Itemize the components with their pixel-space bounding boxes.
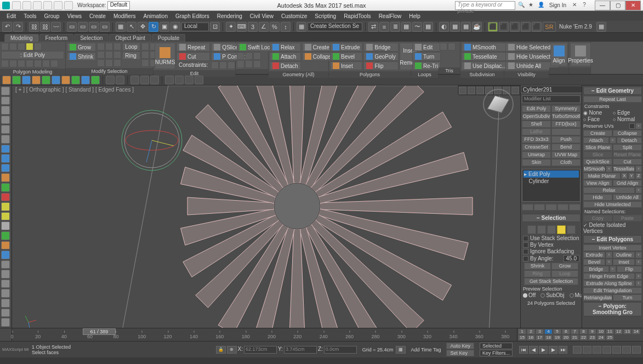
bridge-button[interactable]: Bridge xyxy=(363,43,398,52)
menu-civil-view[interactable]: Civil View xyxy=(247,13,277,20)
mod-btn-edit-poly[interactable]: Edit Poly xyxy=(522,105,551,112)
lefttb-24[interactable] xyxy=(1,318,10,327)
hinge-settings[interactable]: ▫ xyxy=(635,273,642,280)
tb2-19[interactable] xyxy=(195,76,203,84)
select-move-button[interactable]: ✥ xyxy=(138,22,147,32)
smoothgroup-16[interactable]: 16 xyxy=(527,335,535,340)
gridalign-btn[interactable]: Grid Align xyxy=(613,180,642,186)
select-rotate-button[interactable]: ↻ xyxy=(149,22,158,32)
named-selset-button[interactable]: ▦ xyxy=(297,22,306,32)
lefttb-2[interactable] xyxy=(1,106,10,115)
ref-coord-dropdown[interactable]: Local xyxy=(181,22,209,31)
relax-settings[interactable]: ▫ xyxy=(635,187,642,194)
use-stack-checkbox[interactable]: Use Stack Selection xyxy=(523,235,579,241)
ms-icon6[interactable] xyxy=(113,51,121,59)
goto-start-button[interactable]: ⏮ xyxy=(519,346,528,354)
rotate-gizmo[interactable] xyxy=(122,110,182,170)
qat-open-icon[interactable] xyxy=(22,1,31,10)
edit-poly-mode[interactable]: : Edit Poly xyxy=(1,51,64,59)
vpnav-orbit[interactable] xyxy=(622,346,631,354)
mod-btn-turbosmooth[interactable]: TurboSmooth xyxy=(551,113,581,120)
smoothgroup-8[interactable]: 8 xyxy=(579,329,588,334)
time-slider-track[interactable]: 61 / 389 0204060801001201401601802002202… xyxy=(12,328,517,341)
select-region-button[interactable]: ▭ xyxy=(89,22,99,32)
makeplanar-btn[interactable]: Make Planar xyxy=(583,173,621,179)
bevel-btn[interactable]: Bevel xyxy=(583,259,605,265)
lefttb-22[interactable] xyxy=(1,299,10,308)
setkey-button[interactable]: Set Key xyxy=(446,350,474,356)
plugin2-icon[interactable]: ⬛ xyxy=(499,22,509,32)
shrink-sel-button[interactable]: Shrink xyxy=(524,263,551,270)
mod-btn-unwrap-uvw[interactable]: Unwrap UVW xyxy=(522,151,551,158)
sl-icon3[interactable] xyxy=(253,52,261,60)
undo-button[interactable]: ↶ xyxy=(2,22,12,32)
coord-icon[interactable]: ⊕ xyxy=(227,346,237,354)
unhideall-btn[interactable]: Unhide All xyxy=(613,194,642,201)
tb2-2[interactable] xyxy=(12,76,21,84)
vpnav-zoom[interactable] xyxy=(573,346,582,354)
lefttb-8[interactable] xyxy=(1,164,10,173)
outline-settings[interactable]: ▫ xyxy=(635,252,642,258)
sl-icon5[interactable] xyxy=(245,60,253,68)
curve-editor-button[interactable]: 〜 xyxy=(412,22,422,32)
hideunsel-btn[interactable]: Hide Unselected xyxy=(583,201,642,208)
material-editor-button[interactable]: ◐ xyxy=(439,22,449,32)
qat-new-icon[interactable] xyxy=(12,1,21,10)
mod-btn-ffd(box)[interactable]: FFD(box) xyxy=(551,121,581,128)
extrude-btn[interactable]: Extrude xyxy=(583,252,605,258)
smoothgroup-19[interactable]: 19 xyxy=(553,335,561,340)
inset-button[interactable]: Inset xyxy=(330,61,362,70)
plugin1-icon[interactable]: ⬛ xyxy=(488,22,498,32)
edittri-btn[interactable]: Edit Triangulation xyxy=(583,287,642,294)
slice-btn[interactable]: Slice xyxy=(583,151,612,158)
loop-button[interactable]: Loop xyxy=(122,43,140,51)
signin-icon[interactable]: 👤 xyxy=(537,2,545,9)
angle-snap-button[interactable]: ∠ xyxy=(259,22,269,32)
vpnav-1[interactable] xyxy=(459,87,466,94)
edit-polys-header[interactable]: − Edit Polygons xyxy=(583,235,642,243)
link-button[interactable]: ⛓ xyxy=(29,22,39,32)
keyfilter-selected[interactable]: Selected xyxy=(480,343,513,349)
tb2-3[interactable] xyxy=(22,76,31,84)
search-input[interactable]: Type a keyword or phrase xyxy=(455,1,515,10)
smoothgroup-10[interactable]: 10 xyxy=(597,329,605,334)
tb2-1[interactable] xyxy=(2,76,11,84)
menu-help[interactable]: Help xyxy=(406,13,424,20)
cut-button[interactable]: Cut xyxy=(177,52,210,61)
planar-z[interactable]: Z xyxy=(635,173,642,179)
smoothgroup-25[interactable]: 25 xyxy=(606,335,614,340)
tb2-10[interactable] xyxy=(91,76,100,84)
x-field[interactable]: 62.173cm xyxy=(244,346,277,354)
lefttb-23[interactable] xyxy=(1,309,10,317)
menu-modifiers[interactable]: Modifiers xyxy=(110,13,139,20)
poly-so-icon[interactable] xyxy=(26,43,33,50)
so-edge[interactable] xyxy=(537,225,546,234)
tri-icon2[interactable] xyxy=(448,43,456,50)
plugin3-icon[interactable]: ⬛ xyxy=(510,22,520,32)
menu-customize[interactable]: Customize xyxy=(278,13,310,20)
qat-undo-icon[interactable] xyxy=(43,1,52,10)
bevel-button[interactable]: Bevel xyxy=(330,52,362,61)
viewport-label[interactable]: [ + ] [ Orthographic ] [ Standard ] [ Ed… xyxy=(15,87,134,93)
extrude-button[interactable]: Extrude xyxy=(330,43,362,52)
nuke-label[interactable]: Nuke 'Em 2.9 xyxy=(559,24,592,30)
copy-sel-btn[interactable]: Copy xyxy=(583,215,612,221)
ms-icon3[interactable] xyxy=(113,43,121,50)
hinge-btn[interactable]: Hinge From Edge xyxy=(583,273,635,280)
relax-btn[interactable]: Relax xyxy=(583,187,635,194)
reset-plane-btn[interactable]: Reset Plane xyxy=(613,151,642,158)
vpnav-pan[interactable] xyxy=(612,346,621,354)
smoothgroup-24[interactable]: 24 xyxy=(597,335,605,340)
select-button[interactable]: ▭ xyxy=(67,22,77,32)
tri-icon1[interactable] xyxy=(440,43,447,50)
lefttb-5[interactable] xyxy=(1,135,10,144)
menu-animation[interactable]: Animation xyxy=(140,13,170,20)
so-polygon[interactable] xyxy=(557,225,566,234)
ribbon-tab-freeform[interactable]: Freeform xyxy=(39,34,74,42)
minimize-button[interactable]: — xyxy=(595,1,610,10)
tessellate-button[interactable]: Tessellate xyxy=(462,52,509,61)
render-frame-button[interactable]: ▦ xyxy=(461,22,471,32)
align-panel-button[interactable]: Align xyxy=(550,43,567,66)
spinner-snap-button[interactable]: ↕ xyxy=(281,22,291,32)
tb2-11[interactable] xyxy=(106,76,115,84)
